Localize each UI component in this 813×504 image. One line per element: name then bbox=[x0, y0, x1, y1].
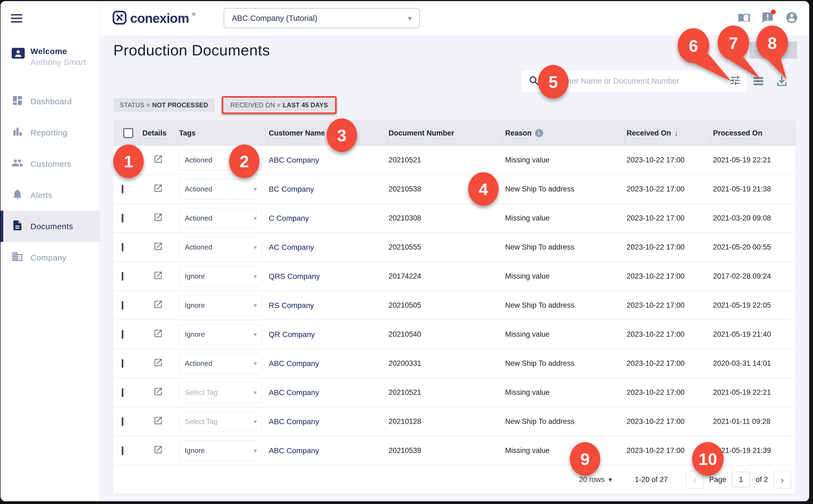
processed-on-cell: 2021-05-19 22:05 bbox=[711, 301, 796, 310]
tag-select[interactable]: Select Tag ▾ bbox=[179, 411, 262, 432]
row-checkbox[interactable] bbox=[122, 417, 123, 426]
filter-chip-status[interactable]: STATUS = NOT PROCESSED bbox=[113, 98, 215, 112]
open-details-icon[interactable] bbox=[153, 329, 163, 340]
open-details-icon[interactable] bbox=[153, 270, 163, 282]
tag-select[interactable]: Actioned ▾ bbox=[179, 237, 262, 258]
column-header-reason[interactable]: Reasoni bbox=[503, 129, 625, 137]
row-checkbox[interactable] bbox=[122, 243, 123, 251]
chevron-down-icon: ▾ bbox=[408, 14, 412, 23]
filter-sliders-icon[interactable] bbox=[729, 74, 741, 87]
account-icon[interactable] bbox=[785, 11, 798, 25]
tag-select[interactable]: Actioned ▾ bbox=[179, 208, 262, 229]
tag-select[interactable]: Ignore ▾ bbox=[179, 440, 262, 461]
chevron-down-icon: ▾ bbox=[608, 475, 612, 484]
sidebar-nav: Dashboard Reporting Customers Alerts Doc… bbox=[1, 86, 99, 273]
sidebar-item-customers[interactable]: Customers bbox=[1, 148, 99, 179]
sidebar-item-label: Company bbox=[30, 253, 67, 262]
notification-dot bbox=[771, 10, 776, 14]
tag-select[interactable]: Select Tag ▾ bbox=[179, 382, 262, 403]
open-details-icon[interactable] bbox=[153, 387, 163, 398]
chip-field: RECEIVED ON = bbox=[230, 102, 281, 109]
row-checkbox[interactable] bbox=[122, 330, 123, 339]
received-on-cell: 2023-10-22 17:00 bbox=[625, 214, 711, 222]
customer-link[interactable]: BC Company bbox=[269, 185, 314, 193]
open-details-icon[interactable] bbox=[153, 183, 163, 195]
feedback-alert-icon[interactable] bbox=[761, 11, 774, 25]
row-checkbox[interactable] bbox=[122, 272, 123, 281]
column-header-tags[interactable]: Tags bbox=[177, 129, 267, 137]
chevron-down-icon: ▾ bbox=[254, 389, 257, 396]
welcome-title: Welcome bbox=[30, 47, 86, 56]
row-checkbox[interactable] bbox=[122, 214, 123, 222]
table-row: Actioned ▾ ABC Company 20200331 New Ship… bbox=[113, 349, 796, 378]
column-header-details[interactable]: Details bbox=[140, 129, 177, 137]
chip-value: LAST 45 DAYS bbox=[283, 102, 328, 109]
customer-link[interactable]: RS Company bbox=[269, 301, 314, 310]
column-header-document-number[interactable]: Document Number bbox=[387, 129, 503, 137]
received-on-cell: 2023-10-22 17:00 bbox=[625, 417, 711, 426]
company-selector[interactable]: ABC Company (Tutorial) ▾ bbox=[224, 8, 420, 28]
open-details-icon[interactable] bbox=[153, 212, 163, 224]
download-icon[interactable] bbox=[775, 75, 788, 89]
next-page-button[interactable]: › bbox=[773, 471, 791, 489]
customer-link[interactable]: ABC Company bbox=[269, 417, 319, 426]
tag-select[interactable]: Actioned ▾ bbox=[179, 353, 262, 374]
filter-chip-received-on[interactable]: RECEIVED ON = LAST 45 DAYS bbox=[224, 98, 334, 112]
customer-link[interactable]: QRS Company bbox=[269, 272, 320, 281]
received-on-cell: 2023-10-22 17:00 bbox=[625, 359, 711, 368]
tag-select[interactable]: Ignore ▾ bbox=[179, 324, 262, 345]
table-row: Actioned ▾ C Company 20210308 Missing va… bbox=[113, 204, 796, 233]
open-details-icon[interactable] bbox=[153, 241, 163, 253]
sidebar-item-alerts[interactable]: Alerts bbox=[1, 179, 99, 211]
row-checkbox[interactable] bbox=[122, 185, 123, 193]
open-details-icon[interactable] bbox=[153, 445, 163, 456]
row-checkbox[interactable] bbox=[122, 359, 123, 368]
rows-per-page-select[interactable]: 20 rows ▾ bbox=[579, 475, 612, 484]
customer-link[interactable]: ABC Company bbox=[269, 156, 319, 164]
sidebar-item-company[interactable]: Company bbox=[1, 242, 99, 273]
column-header-customer-name[interactable]: Customer Name bbox=[267, 129, 387, 137]
column-header-received-on[interactable]: Received On↓ bbox=[625, 128, 711, 138]
help-book-icon[interactable] bbox=[737, 11, 750, 25]
people-icon bbox=[11, 157, 23, 171]
row-checkbox[interactable] bbox=[122, 388, 123, 397]
tag-select[interactable]: Actioned ▾ bbox=[179, 150, 262, 171]
customer-link[interactable]: QR Company bbox=[269, 330, 315, 339]
tag-select[interactable]: Ignore ▾ bbox=[179, 266, 262, 287]
processed-on-cell: 2021-05-19 21:39 bbox=[711, 446, 796, 455]
sidebar-item-documents[interactable]: Documents bbox=[1, 211, 99, 242]
select-all-checkbox[interactable] bbox=[123, 128, 133, 138]
customer-link[interactable]: AC Company bbox=[269, 243, 314, 251]
previous-page-button[interactable]: ‹ bbox=[686, 471, 704, 489]
open-details-icon[interactable] bbox=[153, 154, 163, 166]
processed-on-cell: 2021-01-11 09:28 bbox=[711, 417, 796, 426]
customer-link[interactable]: C Company bbox=[269, 214, 309, 222]
chevron-down-icon: ▾ bbox=[254, 418, 257, 425]
sidebar-item-dashboard[interactable]: Dashboard bbox=[1, 86, 99, 117]
menu-toggle-icon[interactable] bbox=[11, 14, 22, 25]
conexiom-logo-icon bbox=[112, 10, 127, 26]
open-details-icon[interactable] bbox=[153, 358, 163, 369]
customer-link[interactable]: ABC Company bbox=[269, 446, 319, 455]
open-details-icon[interactable] bbox=[153, 416, 163, 427]
document-number-cell: 20210505 bbox=[387, 301, 503, 310]
column-settings-icon[interactable] bbox=[752, 75, 765, 89]
sidebar-item-label: Alerts bbox=[30, 191, 52, 200]
more-actions-button[interactable]: … bbox=[750, 41, 797, 59]
customer-link[interactable]: ABC Company bbox=[269, 359, 319, 368]
row-checkbox[interactable] bbox=[122, 446, 123, 455]
brand-logo: conexiom ® bbox=[112, 1, 195, 35]
page-number-input[interactable] bbox=[732, 472, 750, 487]
search-input[interactable] bbox=[544, 76, 724, 86]
user-badge-icon bbox=[11, 47, 26, 67]
column-header-processed-on[interactable]: Processed On bbox=[711, 129, 796, 137]
tag-select[interactable]: Actioned ▾ bbox=[179, 179, 262, 200]
row-checkbox[interactable] bbox=[122, 156, 123, 164]
rows-per-page-value: 20 rows bbox=[579, 475, 605, 484]
tag-select[interactable]: Ignore ▾ bbox=[179, 295, 262, 316]
sidebar: Welcome Anthony Smart Dashboard Reportin… bbox=[1, 1, 100, 501]
sidebar-item-reporting[interactable]: Reporting bbox=[1, 117, 99, 148]
customer-link[interactable]: ABC Company bbox=[269, 388, 319, 397]
open-details-icon[interactable] bbox=[153, 300, 163, 311]
row-checkbox[interactable] bbox=[122, 301, 123, 310]
